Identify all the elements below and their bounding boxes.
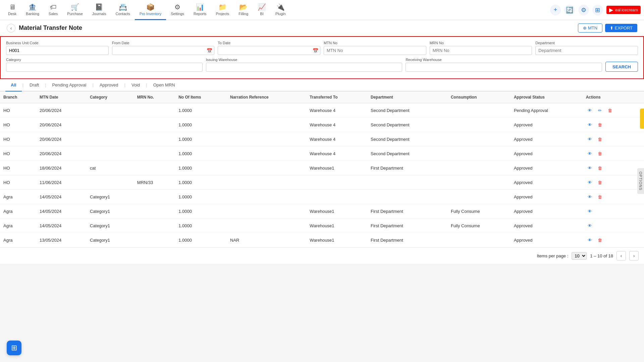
delete-button[interactable]: 🗑 [596,121,604,129]
cell-branch: Agra [0,204,36,219]
grid-button[interactable]: ⊞ [592,5,603,15]
cell-narration-reference [227,219,306,233]
nav-item-sales[interactable]: 🏷Sales [44,0,63,20]
delete-button[interactable]: 🗑 [596,178,604,186]
business-unit-input[interactable] [6,46,109,55]
items-per-page-label: Items per page : [537,253,568,258]
filter-row-1: Business Unit Code From Date 📅 To Date 📅… [6,41,638,55]
cell-mrn-no. [134,161,175,175]
nav-item-purchase[interactable]: 🛒Purchase [62,0,87,20]
side-options-tab[interactable]: OPTIONS [637,168,644,194]
prev-page-button[interactable]: ‹ [616,251,626,260]
cell-no-of-items: 1.0000 [175,103,227,118]
mrn-no-input[interactable] [430,46,532,55]
nav-item-plugin[interactable]: 🔌Plugin [271,0,290,20]
nav-item-settings[interactable]: ⚙Settings [166,0,189,20]
nav-item-contacts[interactable]: 📇Contacts [111,0,135,20]
department-input[interactable] [535,46,638,55]
from-date-wrap: 📅 [112,46,215,55]
nav-item-desk[interactable]: 🖥Desk [3,0,21,20]
view-button[interactable]: 👁 [586,207,594,215]
nav-item-projects[interactable]: 📁Projects [211,0,234,20]
cell-actions: 👁🗑 [583,175,644,190]
cell-branch: HO [0,103,36,118]
back-button[interactable]: ‹ [7,24,15,33]
nav-icon: 🔌 [276,3,285,11]
cell-narration-reference [227,103,306,118]
cell-consumption [447,161,511,175]
delete-button[interactable]: 🗑 [596,164,604,172]
view-button[interactable]: 👁 [586,222,594,230]
nav-item-pro-inventory[interactable]: 📦Pro Inventory [135,0,166,20]
cell-transferred-to: Warehouse 4 [306,103,367,118]
delete-button[interactable]: 🗑 [596,135,604,143]
edit-button[interactable]: ✏ [596,106,604,114]
export-button[interactable]: ⬆ EXPORT [605,24,637,32]
nav-icon: 📈 [258,3,266,11]
nav-item-banking[interactable]: 🏦Banking [21,0,44,20]
cell-department: First Department [367,233,447,247]
nav-item-reports[interactable]: 📊Reports [189,0,211,20]
tab-separator: | [145,82,148,87]
mtn-button[interactable]: ⊕ MTN [578,23,602,33]
cell-branch: HO [0,161,36,175]
view-button[interactable]: 👁 [586,178,594,186]
delete-button[interactable]: 🗑 [606,106,614,114]
to-date-input[interactable] [218,46,320,55]
tab-draft[interactable]: Draft [24,79,44,92]
per-page-select[interactable]: 10 25 50 [572,252,587,260]
col-header-mtn-date: MTN Date [36,92,87,103]
cell-actions: 👁🗑 [583,233,644,247]
issuing-warehouse-input[interactable] [206,63,402,72]
delete-button[interactable]: 🗑 [596,149,604,158]
tab-void[interactable]: Void [126,79,145,92]
search-button[interactable]: SEARCH [605,62,638,72]
mtn-no-input[interactable] [324,46,426,55]
business-unit-field: Business Unit Code [6,41,109,55]
filter-row-2: Category Issuing Warehouse Receiving War… [6,58,638,72]
tab-pending-approval[interactable]: Pending Approval [47,79,92,92]
nav-icon: 📊 [196,3,204,11]
refresh-button[interactable]: 🔄 [564,5,575,15]
cell-no-of-items: 1.0000 [175,190,227,204]
add-button[interactable]: + [550,5,561,15]
action-icons: 👁🗑 [586,135,641,143]
view-button[interactable]: 👁 [586,149,594,158]
cell-no-of-items: 1.0000 [175,161,227,175]
cell-department [367,175,447,190]
tab-all[interactable]: All [5,79,22,92]
view-button[interactable]: 👁 [586,164,594,172]
cell-branch: Agra [0,190,36,204]
receiving-warehouse-input[interactable] [406,63,602,72]
nav-label: Reports [194,12,207,16]
nav-item-filling[interactable]: 📂Filling [234,0,253,20]
tab-open-mrn[interactable]: Open MRN [148,79,180,92]
view-button[interactable]: 👁 [586,193,594,201]
cell-mrn-no. [134,103,175,118]
cell-consumption [447,103,511,118]
view-button[interactable]: 👁 [586,135,594,143]
cell-consumption [447,175,511,190]
cell-category [87,146,134,161]
next-page-button[interactable]: › [629,251,639,260]
yellow-side-tab[interactable] [640,109,644,129]
from-date-input[interactable] [112,46,215,55]
pagination-row: Items per page : 10 25 50 1 – 10 of 18 ‹… [0,247,644,264]
cell-consumption: Fully Consume [447,204,511,219]
cell-approval-status: Approved [511,118,583,132]
cell-department [367,190,447,204]
delete-button[interactable]: 🗑 [596,236,604,244]
delete-button[interactable]: 🗑 [596,193,604,201]
tab-approved[interactable]: Approved [94,79,124,92]
view-button[interactable]: 👁 [586,121,594,129]
category-input[interactable] [6,63,203,72]
view-button[interactable]: 👁 [586,106,594,114]
user-badge[interactable]: ▶ eal icecream [606,6,641,14]
nav-item-bi[interactable]: 📈BI [253,0,271,20]
table-row: HO20/06/20241.0000Warehouse 4Second Depa… [0,132,644,146]
cell-branch: HO [0,175,36,190]
settings-button[interactable]: ⚙ [578,5,589,15]
table-header-row: BranchMTN DateCategoryMRN No.No Of Items… [0,92,644,103]
nav-item-journals[interactable]: 📓Journals [88,0,111,20]
view-button[interactable]: 👁 [586,236,594,244]
